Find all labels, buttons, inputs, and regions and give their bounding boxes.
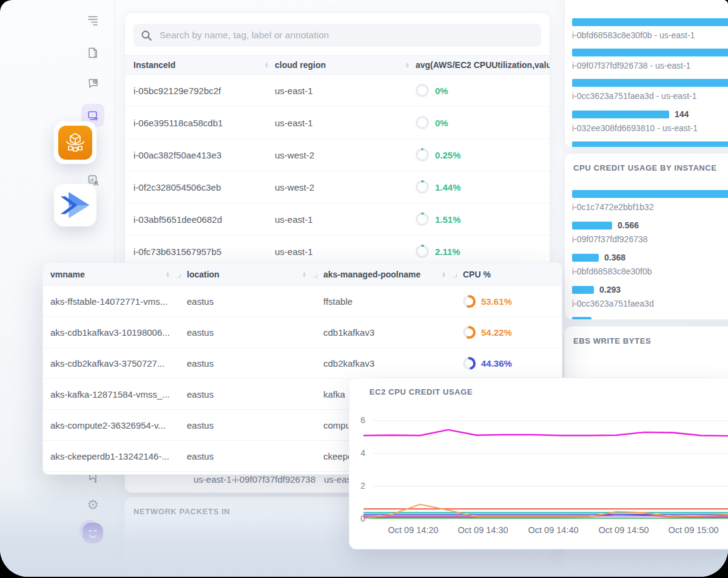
- cpu-cell: 1.44%: [416, 180, 550, 194]
- pool-cell: cdb2kafkav3: [323, 358, 463, 369]
- bar-label: i-0bfd68583c8e30f0b - us-east-1: [572, 30, 728, 40]
- avatar-face: [83, 523, 103, 543]
- instance-id-cell: i-0f2c328054506c3eb: [133, 182, 275, 192]
- table-row[interactable]: aks-ffstable-14072771-vms...eastusffstab…: [43, 286, 562, 317]
- vmname-cell: aks-compute2-36326954-v...: [50, 420, 187, 430]
- bar-label: i-0c1c7472e2bbf1b32: [572, 202, 728, 212]
- vm-table-header: vmname ▲▼ location ▲▼ aks-managed-poolna…: [43, 263, 562, 286]
- cpu-credit-bars-list: i-0c1c7472e2bbf1b320.566i-09f07f37fdf926…: [572, 190, 728, 320]
- cpu-value: 2.11%: [435, 246, 460, 257]
- column-label: aks-managed-poolname: [323, 270, 420, 279]
- value-bar: [572, 110, 669, 118]
- instance-id-cell: i-05bc92129e792bc2f: [133, 86, 275, 96]
- bar-label: i-09f07f37fdf926738 - us-east-1: [572, 61, 728, 70]
- search-box[interactable]: [133, 24, 541, 47]
- cpu-credit-panel: CPU CREDIT USAGE BY INSTANCE i-0c1c7472e…: [564, 153, 728, 320]
- bar-label: i-0cc3623a751faea3d: [572, 299, 728, 308]
- value-bar: [572, 317, 592, 320]
- value-bar: [572, 254, 599, 262]
- value-bar: [572, 286, 594, 294]
- bar-item: 0.293i-0cc3623a751faea3d: [572, 285, 728, 308]
- table-row[interactable]: aks-cdb1kafkav3-10198006...eastuscdb1kaf…: [43, 317, 562, 348]
- network-packets-title: NETWORK PACKETS IN: [133, 507, 230, 516]
- vmname-cell: aks-cdb1kafkav3-10198006...: [50, 327, 187, 338]
- ebs-panel-title: EBS WRITE BYTES: [573, 336, 651, 345]
- bar-value: 0.566: [618, 220, 639, 230]
- table-row[interactable]: i-05bc92129e792bc2fus-east-10%: [125, 75, 550, 107]
- value-bar: [572, 49, 728, 56]
- resize-handle-icon[interactable]: [453, 274, 457, 277]
- partial-row-id: us-east-1-i-09f07f37fdf926738: [194, 474, 315, 484]
- cpu-value: 44.36%: [481, 358, 512, 369]
- table-row[interactable]: i-0f2c328054506c3ebus-west-21.44%: [125, 171, 550, 203]
- table-row[interactable]: i-06e395118ca58cdb1us-east-10%: [125, 107, 550, 139]
- resize-handle-icon[interactable]: [177, 274, 181, 277]
- bar-item: 144i-032ee308fd6693810 - us-east-1: [572, 109, 728, 133]
- cpu-cell: 0.25%: [416, 148, 550, 162]
- value-bar: [572, 222, 612, 229]
- cpu-cell: 44.36%: [463, 357, 562, 370]
- cpu-value: 54.22%: [481, 327, 512, 338]
- location-cell: eastus: [187, 296, 323, 307]
- instance-id-cell: i-0fc73b631567957b5: [133, 246, 275, 257]
- bar-item: [572, 141, 728, 148]
- cpu-cell: 2.11%: [416, 245, 550, 258]
- cpu-cell: 53.61%: [463, 295, 562, 308]
- bar-item: i-0cc3623a751faea3d - us-east-1: [572, 79, 728, 101]
- bar-value: 144: [675, 109, 689, 119]
- region-cell: us-east-1: [275, 246, 416, 257]
- alerts-icon[interactable]: [81, 72, 104, 95]
- table-row[interactable]: i-03abf5651dee0682dus-east-11.51%: [125, 203, 550, 236]
- resize-handle-icon[interactable]: [314, 274, 317, 277]
- instances-table-header: InstanceId ▲▼ cloud region ▲▼ avg(AWS/EC…: [125, 55, 550, 75]
- cpu-donut-icon: [416, 84, 429, 97]
- sort-icon: ▲▼: [405, 62, 410, 68]
- cpu-value: 0.25%: [435, 150, 461, 160]
- cpu-donut-icon: [416, 116, 429, 129]
- bar-item: i-0bfd68583c8e30f0b - us-east-1: [572, 18, 728, 40]
- cpu-cell: 54.22%: [463, 326, 562, 339]
- column-header-cpu-avg[interactable]: avg(AWS/EC2 CPUUtilization,value: [416, 60, 550, 70]
- user-avatar-smiley[interactable]: [79, 522, 104, 546]
- document-icon[interactable]: [81, 41, 104, 64]
- table-row[interactable]: aks-cdb2kafkav3-3750727...eastuscdb2kafk…: [43, 348, 562, 379]
- cpu-donut-icon: [416, 180, 429, 194]
- column-header-cpu[interactable]: CPU %: [463, 270, 491, 279]
- bar-item: 0.368i-0bfd68583c8e30f0b: [572, 253, 728, 276]
- instances-bars-list: i-0bfd68583c8e30f0b - us-east-1i-09f07f3…: [572, 18, 728, 148]
- chart-series-series-magenta: [364, 430, 728, 436]
- sort-icon: ▲▼: [265, 62, 269, 68]
- bar-label: i-0bfd68583c8e30f0b: [572, 267, 728, 276]
- column-label: vmname: [50, 270, 85, 279]
- search-input[interactable]: [158, 29, 534, 41]
- location-cell: eastus: [187, 327, 323, 338]
- cpu-cell: 0%: [416, 116, 550, 129]
- blue-arrows-logo[interactable]: [54, 184, 96, 226]
- location-cell: eastus: [187, 389, 323, 399]
- cpu-donut-icon: [463, 326, 476, 339]
- cpu-value: 0%: [435, 86, 448, 96]
- instances-bars-panel: i-0bfd68583c8e30f0b - us-east-1i-09f07f3…: [564, 0, 728, 148]
- settings-gear-icon[interactable]: ⚙: [81, 493, 104, 516]
- cpu-value: 53.61%: [481, 296, 512, 307]
- aws-cube-logo[interactable]: [54, 121, 96, 164]
- menu-lines-icon[interactable]: [81, 8, 104, 32]
- cpu-cell: 1.51%: [416, 212, 550, 226]
- column-header-instanceid[interactable]: InstanceId ▲▼: [133, 60, 275, 70]
- bar-item: i-0c1c7472e2bbf1b32: [572, 190, 728, 212]
- pool-cell: ffstable: [323, 296, 463, 307]
- region-cell: us-east-1: [275, 86, 416, 96]
- column-header-location[interactable]: location ▲▼: [187, 270, 323, 279]
- column-header-pool[interactable]: aks-managed-poolname ▲▼: [323, 270, 463, 279]
- cpu-value: 1.51%: [435, 214, 461, 225]
- value-bar: [572, 18, 728, 26]
- region-cell: us-west-2: [275, 182, 416, 192]
- value-bar: [572, 79, 728, 87]
- column-header-vmname[interactable]: vmname ▲▼: [50, 270, 187, 279]
- bar-label: i-0cc3623a751faea3d - us-east-1: [572, 91, 728, 101]
- bar-label: i-09f07f37fdf926738: [572, 234, 728, 244]
- table-row[interactable]: i-00ac382f50ae413e3us-west-20.25%: [125, 139, 550, 171]
- cpu-value: 0%: [435, 118, 448, 128]
- column-header-region[interactable]: cloud region ▲▼: [275, 60, 416, 70]
- aws-cube-logo-bg: [58, 126, 92, 160]
